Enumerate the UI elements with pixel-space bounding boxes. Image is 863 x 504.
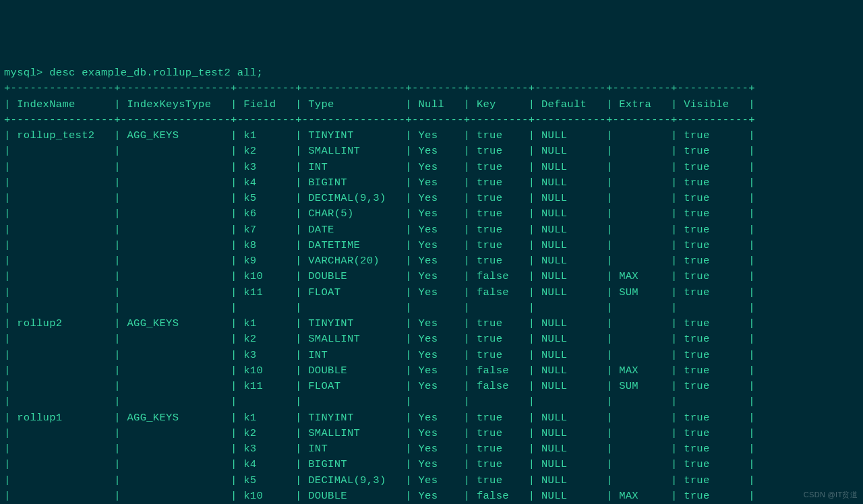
watermark: CSDN @IT贫道 (804, 489, 858, 501)
terminal-output: mysql> desc example_db.rollup_test2 all;… (4, 65, 863, 504)
